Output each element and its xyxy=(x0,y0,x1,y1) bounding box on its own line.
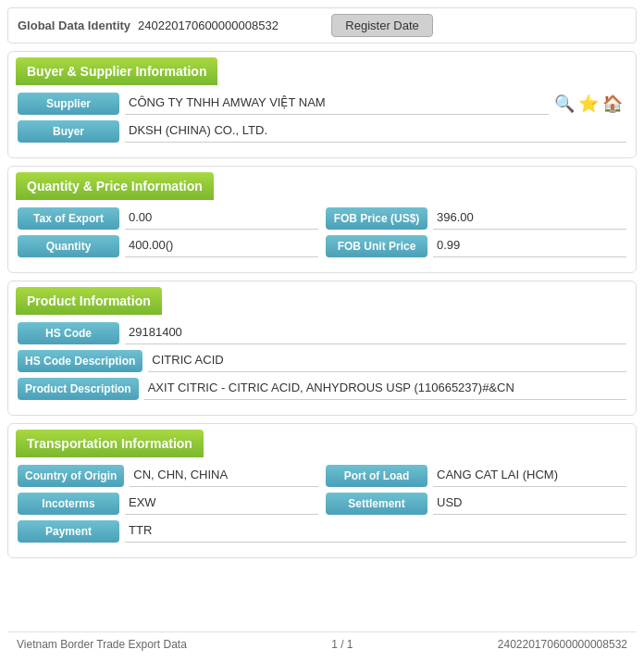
tax-value: 0.00 xyxy=(125,207,318,230)
buyer-supplier-header: Buyer & Supplier Information xyxy=(16,57,217,85)
supplier-icons: 🔍 ⭐ 🏠 xyxy=(554,95,626,112)
settlement-col: Settlement USD xyxy=(326,493,626,515)
settlement-value: USD xyxy=(433,493,626,515)
port-value: CANG CAT LAI (HCM) xyxy=(433,465,626,487)
payment-label: Payment xyxy=(18,520,119,543)
global-data-identity-value: 240220170600000008532 xyxy=(138,19,324,32)
quantity-price-title: Quantity & Price Information xyxy=(27,179,203,194)
product-header: Product Information xyxy=(16,287,162,315)
buyer-supplier-section: Buyer & Supplier Information Supplier CÔ… xyxy=(7,51,637,158)
quantity-value: 400.00() xyxy=(125,235,318,257)
qty-col: Quantity 400.00() xyxy=(18,235,318,257)
home-icon[interactable]: 🏠 xyxy=(602,95,623,112)
hs-code-label: HS Code xyxy=(18,322,119,344)
transportation-title: Transportation Information xyxy=(27,436,192,451)
hs-desc-label: HS Code Description xyxy=(18,350,142,372)
incoterms-label: Incoterms xyxy=(18,493,119,515)
buyer-supplier-title: Buyer & Supplier Information xyxy=(27,64,206,79)
quantity-price-body: Tax of Export 0.00 FOB Price (US$) 396.0… xyxy=(8,200,636,272)
fob-price-col: FOB Price (US$) 396.00 xyxy=(326,207,626,230)
quantity-price-header: Quantity & Price Information xyxy=(16,172,214,200)
fob-unit-value: 0.99 xyxy=(433,235,626,257)
country-label: Country of Origin xyxy=(18,465,124,487)
prod-desc-value: AXIT CITRIC - CITRIC ACID, ANHYDROUS USP… xyxy=(144,378,626,400)
fob-unit-label: FOB Unit Price xyxy=(326,235,427,257)
footer-center: 1 / 1 xyxy=(331,638,353,651)
port-label: Port of Load xyxy=(326,465,427,487)
fob-price-label: FOB Price (US$) xyxy=(326,207,427,230)
country-value: CN, CHN, CHINA xyxy=(130,465,318,487)
buyer-supplier-body: Supplier CÔNG TY TNHH AMWAY VIỆT NAM 🔍 ⭐… xyxy=(8,85,636,157)
quantity-label: Quantity xyxy=(18,235,119,257)
product-section: Product Information HS Code 29181400 HS … xyxy=(7,281,637,416)
tax-fobprice-row: Tax of Export 0.00 FOB Price (US$) 396.0… xyxy=(18,207,626,230)
incoterms-value: EXW xyxy=(125,493,318,515)
buyer-label: Buyer xyxy=(18,120,119,143)
incoterms-settlement-row: Incoterms EXW Settlement USD xyxy=(18,493,626,515)
port-col: Port of Load CANG CAT LAI (HCM) xyxy=(326,465,626,487)
supplier-row: Supplier CÔNG TY TNHH AMWAY VIỆT NAM 🔍 ⭐… xyxy=(18,93,626,115)
fob-price-value: 396.00 xyxy=(433,207,626,230)
transportation-section: Transportation Information Country of Or… xyxy=(7,423,637,558)
prod-desc-label: Product Description xyxy=(18,378,139,400)
payment-value: TTR xyxy=(125,520,626,543)
footer-right: 240220170600000008532 xyxy=(498,638,627,651)
star-icon[interactable]: ⭐ xyxy=(578,95,599,112)
footer-left: Vietnam Border Trade Export Data xyxy=(17,638,187,651)
country-col: Country of Origin CN, CHN, CHINA xyxy=(18,465,318,487)
footer: Vietnam Border Trade Export Data 1 / 1 2… xyxy=(7,631,637,655)
supplier-value: CÔNG TY TNHH AMWAY VIỆT NAM xyxy=(125,93,549,115)
incoterms-col: Incoterms EXW xyxy=(18,493,318,515)
fob-unit-col: FOB Unit Price 0.99 xyxy=(326,235,626,257)
hs-desc-row: HS Code Description CITRIC ACID xyxy=(18,350,626,372)
search-icon[interactable]: 🔍 xyxy=(554,95,575,112)
payment-row: Payment TTR xyxy=(18,520,626,543)
hs-desc-value: CITRIC ACID xyxy=(148,350,626,372)
header-row: Global Data Identity 2402201706000000085… xyxy=(7,7,637,44)
quantity-price-section: Quantity & Price Information Tax of Expo… xyxy=(7,166,637,273)
prod-desc-row: Product Description AXIT CITRIC - CITRIC… xyxy=(18,378,626,400)
tax-col: Tax of Export 0.00 xyxy=(18,207,318,230)
tax-label: Tax of Export xyxy=(18,207,119,230)
register-date-button[interactable]: Register Date xyxy=(331,14,432,37)
qty-fobunit-row: Quantity 400.00() FOB Unit Price 0.99 xyxy=(18,235,626,257)
global-data-identity-label: Global Data Identity xyxy=(18,19,130,32)
transportation-header: Transportation Information xyxy=(16,430,204,457)
settlement-label: Settlement xyxy=(326,493,427,515)
country-port-row: Country of Origin CN, CHN, CHINA Port of… xyxy=(18,465,626,487)
hs-code-row: HS Code 29181400 xyxy=(18,322,626,344)
supplier-label: Supplier xyxy=(18,93,119,115)
product-body: HS Code 29181400 HS Code Description CIT… xyxy=(8,315,636,415)
product-title: Product Information xyxy=(27,294,151,308)
buyer-row: Buyer DKSH (CHINA) CO., LTD. xyxy=(18,120,626,143)
hs-code-value: 29181400 xyxy=(125,322,626,344)
buyer-value: DKSH (CHINA) CO., LTD. xyxy=(125,120,626,143)
transportation-body: Country of Origin CN, CHN, CHINA Port of… xyxy=(8,457,636,557)
